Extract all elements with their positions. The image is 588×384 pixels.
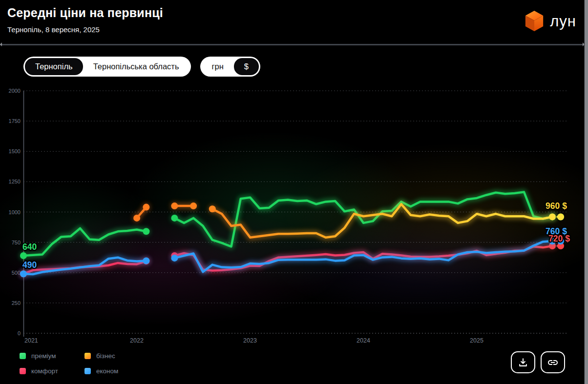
location-toggle: Тернопіль Тернопільська область [23,57,191,77]
data-point-econom [20,270,27,277]
x-tick-label: 2023 [243,337,257,344]
y-tick-label: 500 [12,270,21,276]
lun-brand-text: лун [550,14,576,29]
data-point-econom [171,255,178,262]
header: Середні ціни на первинці Тернопіль, 8 ве… [0,0,588,44]
data-point-business [143,204,149,211]
data-point-econom [143,257,149,264]
point-label: 960 $ [546,201,567,211]
copy-link-button[interactable] [541,351,565,373]
x-tick-label: 2024 [357,337,370,344]
y-tick-label: 2000 [9,88,21,94]
toolbar: Тернопіль Тернопільська область грн $ [23,57,260,77]
x-tick-label: 2025 [470,337,483,344]
y-tick-label: 1250 [9,179,21,184]
legend-swatch-comfort [20,368,26,374]
x-tick-label: 2022 [130,337,144,344]
data-point-business [209,205,216,212]
page-subtitle: Тернопіль, 8 вересня, 2025 [7,25,100,34]
data-point-premium [143,228,149,235]
y-tick-label: 1000 [9,209,21,215]
data-point-business [133,215,140,222]
horizontal-scrollbar[interactable] [0,44,585,45]
point-label: 640 [22,242,37,252]
lun-cube-icon [525,10,544,32]
data-point-business [549,213,556,220]
legend-item-business[interactable]: бізнес [84,352,118,360]
currency-toggle: грн $ [200,57,261,77]
toggle-option-city[interactable]: Тернопіль [25,58,83,75]
data-point-premium [171,215,178,222]
legend-label: бізнес [96,352,115,360]
y-tick-label: 250 [12,300,21,306]
latest-point-business [557,213,564,220]
legend-item-econom[interactable]: економ [84,367,118,375]
download-button[interactable] [511,351,535,373]
lun-logo[interactable]: лун [525,10,576,32]
link-icon [547,357,559,368]
series-glow-econom [20,237,556,278]
y-tick-label: 1500 [9,148,21,154]
y-tick-label: 1750 [9,118,21,124]
toggle-option-region[interactable]: Тернопільська область [83,58,189,75]
page: { "header": { "title": "Середні ціни на … [0,0,588,384]
legend-swatch-econom [84,368,91,374]
data-point-business [190,202,197,209]
chart-actions [511,351,565,373]
y-tick-label: 750 [12,240,21,245]
data-point-premium [20,252,27,259]
point-label: 760 $ [546,226,567,236]
toggle-option-uah[interactable]: грн [202,58,234,75]
page-title: Середні ціни на первинці [7,6,163,20]
legend-item-premium[interactable]: преміум [20,352,84,360]
chart-legend: преміум бізнес комфорт економ [20,352,118,375]
point-label: 490 [22,260,37,270]
legend-label: комфорт [31,367,58,375]
toggle-option-usd[interactable]: $ [234,58,259,75]
legend-swatch-business [84,353,91,359]
y-tick-label: 0 [18,330,21,336]
download-icon [518,357,528,368]
legend-label: економ [96,367,118,375]
legend-label: преміум [31,352,56,360]
x-tick-label: 2021 [24,337,38,344]
legend-swatch-premium [20,353,26,359]
legend-item-comfort[interactable]: комфорт [20,367,84,375]
data-point-business [171,202,178,209]
scroll-left-arrow-icon[interactable] [0,42,2,46]
vertical-scrollbar[interactable] [584,0,588,384]
